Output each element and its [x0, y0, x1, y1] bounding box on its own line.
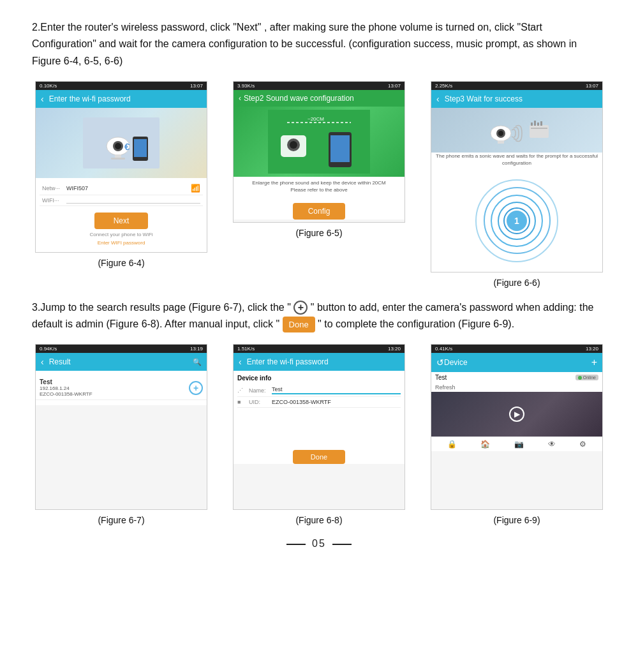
fig6-sonic-area: 1: [431, 170, 602, 272]
svg-rect-25: [531, 128, 547, 129]
fig7-back-arrow-icon: ‹: [41, 357, 44, 367]
fig9-online-badge: Online: [575, 375, 598, 380]
figure-6-6-col: 2.25K/s 13:07 ‹ Step3 Wait for success: [427, 81, 606, 287]
fig9-statusbar: 0.41K/s 13:20: [431, 345, 602, 353]
footer-line-right: [332, 544, 352, 545]
step3-text-end: " to complete the configuration (Figure …: [318, 318, 514, 329]
fig9-status-left: 0.41K/s: [435, 346, 452, 352]
fig8-uid-value: EZCO-001358-WKRTF: [272, 399, 401, 405]
fig9-header-title: Device: [444, 358, 468, 367]
fig6-caption: (Figure 6-6): [493, 278, 540, 288]
fig7-device-name: Test: [40, 378, 189, 385]
fig4-status-left: 0.10K/s: [40, 83, 57, 89]
fig8-name-label: Name:: [249, 387, 269, 394]
svg-rect-22: [534, 121, 536, 126]
figure-6-7-img: 0.94K/s 13:19 ‹ Result 🔍 Test 192.168.1.…: [35, 344, 207, 510]
fig8-header-title: Enter the wi-fi password: [247, 357, 329, 366]
fig4-statusbar: 0.10K/s 13:07: [36, 82, 207, 90]
figure-6-5-img: 3.93K/s 13:07 ‹ Step2 Sound wave configu…: [233, 81, 405, 222]
fig4-enter-link[interactable]: Enter WIFI password: [98, 240, 145, 246]
fig5-image-area: ~20CM: [234, 107, 404, 177]
fig9-camera-icon[interactable]: 📷: [514, 440, 524, 449]
fig4-wifi-row: WIFI···: [40, 195, 203, 206]
fig9-refresh-icon: ↺: [436, 357, 444, 368]
fig7-caption: (Figure 6-7): [98, 515, 144, 525]
fig9-settings-icon[interactable]: ⚙: [579, 440, 586, 449]
fig9-refresh-row: Refresh: [431, 383, 602, 392]
fig6-status-right: 13:07: [586, 83, 598, 89]
fig8-uid-label: UID:: [249, 399, 269, 405]
fig4-phone-screen: 0.10K/s 13:07 ‹ Enter the wi-fi password: [36, 82, 207, 252]
fig6-top-illustration: [478, 111, 555, 149]
fig9-caption: (Figure 6-9): [493, 515, 540, 525]
fig6-phone-screen: 2.25K/s 13:07 ‹ Step3 Wait for success: [431, 82, 602, 271]
fig8-done-button[interactable]: Done: [293, 450, 345, 464]
svg-rect-21: [531, 123, 533, 126]
fig9-online-text: Online: [583, 375, 596, 380]
figure-6-4-col: 0.10K/s 13:07 ‹ Enter the wi-fi password: [32, 81, 211, 268]
fig6-statusbar: 2.25K/s 13:07: [431, 82, 602, 90]
sonic-center: 1: [507, 211, 527, 231]
fig5-refer-line: Please refer to the above: [237, 186, 401, 193]
fig5-config-button[interactable]: Config: [293, 203, 346, 220]
play-button-icon[interactable]: ▶: [509, 407, 524, 422]
svg-point-13: [290, 141, 297, 149]
wifi-icon: 📶: [191, 184, 200, 193]
fig8-uid-field: ■ UID: EZCO-001358-WKRTF: [237, 397, 401, 408]
fig7-status-right: 13:19: [190, 346, 203, 352]
inline-plus-button: +: [293, 301, 308, 315]
step3-instruction: 3.Jump to the search results page (Figur…: [32, 299, 606, 333]
fig8-content: Device info ⋰ Name: Test ■ UID: EZCO-001…: [234, 371, 404, 412]
fig5-header: ‹ Step2 Sound wave configuration: [234, 90, 404, 107]
fig5-back-arrow-icon: ‹: [239, 94, 241, 103]
fig9-home-icon[interactable]: 🏠: [480, 440, 490, 449]
fig5-status-left: 3.93K/s: [237, 83, 255, 89]
fig8-caption: (Figure 6-8): [295, 515, 342, 525]
back-arrow-icon: ‹: [41, 94, 44, 104]
fig4-camera-image: [36, 108, 207, 178]
svg-point-18: [498, 131, 503, 136]
page-number: 05: [312, 538, 326, 549]
fig7-phone-screen: 0.94K/s 13:19 ‹ Result 🔍 Test 192.168.1.…: [36, 345, 207, 405]
fig6-header: ‹ Step3 Wait for success: [431, 90, 602, 108]
fig4-network-label: Netw···: [42, 185, 66, 191]
fig5-header-title: Step2 Sound wave configuration: [244, 94, 354, 103]
svg-rect-5: [111, 158, 125, 160]
fig8-name-icon: ⋰: [237, 387, 246, 394]
fig7-result-item: Test 192.168.1.24 EZCO-001358-WKRTF +: [36, 376, 207, 400]
fig7-device-uid: EZCO-001358-WKRTF: [40, 391, 189, 397]
fig9-device-name: Test: [435, 374, 447, 381]
fig4-next-button[interactable]: Next: [94, 213, 149, 229]
fig9-lock-icon[interactable]: 🔒: [447, 440, 457, 449]
fig6-back-arrow-icon: ‹: [436, 94, 440, 104]
step3-text-start: 3.Jump to the search results page (Figur…: [32, 302, 291, 313]
fig9-add-icon[interactable]: +: [591, 357, 597, 368]
fig7-header: ‹ Result 🔍: [36, 353, 207, 371]
figure-6-8-img: 1.51K/s 13:20 ‹ Enter the wi-fi password…: [233, 344, 405, 510]
page-footer: 05: [32, 538, 606, 549]
figure-6-5-col: 3.93K/s 13:07 ‹ Step2 Sound wave configu…: [230, 81, 408, 237]
fig7-header-title: Result: [49, 357, 71, 366]
fig5-statusbar: 3.93K/s 13:07: [234, 82, 404, 90]
svg-rect-20: [530, 125, 549, 138]
fig9-refresh-text: Refresh: [435, 384, 456, 391]
fig5-caption: (Figure 6-5): [295, 228, 342, 238]
fig6-camera-image: [431, 108, 602, 153]
fig9-actions-bar: 🔒 🏠 📷 👁 ⚙: [431, 437, 602, 451]
fig8-status-left: 1.51K/s: [237, 346, 255, 352]
fig8-statusbar: 1.51K/s 13:20: [234, 345, 404, 353]
figure-6-6-img: 2.25K/s 13:07 ‹ Step3 Wait for success: [431, 81, 603, 272]
fig6-status-left: 2.25K/s: [435, 83, 452, 89]
fig9-online-dot: [578, 376, 582, 380]
fig7-add-button[interactable]: +: [189, 381, 203, 395]
svg-rect-24: [540, 121, 542, 126]
footer-line-left: [286, 544, 306, 545]
fig4-caption: (Figure 6-4): [98, 258, 144, 268]
fig7-search-icon: 🔍: [193, 358, 202, 366]
fig8-name-field: ⋰ Name: Test: [237, 384, 401, 397]
fig4-header-title: Enter the wi-fi password: [49, 94, 131, 103]
fig9-eye-icon[interactable]: 👁: [548, 440, 556, 449]
figure-6-7-col: 0.94K/s 13:19 ‹ Result 🔍 Test 192.168.1.…: [32, 344, 211, 525]
fig9-video-thumbnail: ▶: [431, 392, 602, 437]
fig7-result-info: Test 192.168.1.24 EZCO-001358-WKRTF: [40, 378, 189, 397]
